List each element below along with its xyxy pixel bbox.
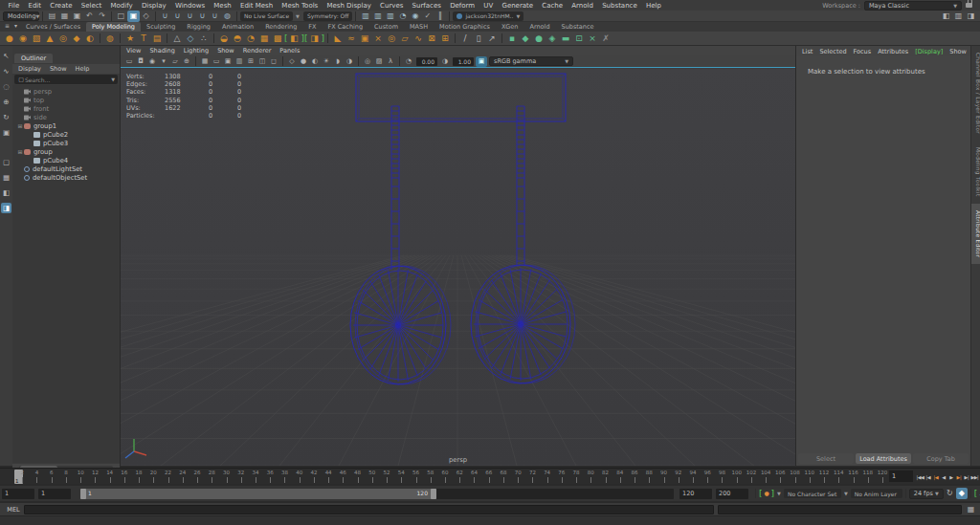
lasso-tool[interactable]: ∿ bbox=[1, 66, 11, 77]
gate-mask-icon[interactable]: ▥ bbox=[234, 56, 245, 67]
menu-select[interactable]: Select bbox=[77, 2, 106, 10]
symmetry-field[interactable]: Symmetry: Off bbox=[303, 11, 352, 21]
wireframe-icon[interactable]: ◇ bbox=[286, 56, 298, 67]
expander-icon[interactable]: ⊞ bbox=[16, 148, 24, 155]
side-tab-modeling-toolkit[interactable]: Modeling Toolkit bbox=[971, 141, 980, 204]
outliner-item-top[interactable]: top bbox=[12, 96, 120, 104]
shelf-tab-fx-caching[interactable]: FX Caching bbox=[323, 22, 369, 32]
ipr-render-icon[interactable]: ▥ bbox=[371, 11, 384, 22]
range-slider-bar[interactable]: 1 120 bbox=[80, 489, 436, 499]
bevel-icon[interactable]: ◣ bbox=[331, 33, 345, 45]
safe-title-icon[interactable]: ◻ bbox=[268, 56, 279, 67]
grid-toggle-icon[interactable]: ▦ bbox=[199, 56, 211, 67]
menu-cache[interactable]: Cache bbox=[538, 2, 568, 10]
current-time-field[interactable]: 1 bbox=[889, 470, 913, 482]
outliner-menu-show[interactable]: Show bbox=[50, 65, 67, 73]
animation-start-field[interactable]: 1 bbox=[2, 489, 34, 499]
select-object-icon[interactable]: ▣ bbox=[127, 11, 140, 22]
poly-sphere-icon[interactable]: ● bbox=[3, 33, 16, 45]
move-tool[interactable]: ⊕ bbox=[1, 97, 11, 107]
uv-mode-icon[interactable]: × bbox=[586, 33, 599, 45]
side-tab-channel-box-layer-editor[interactable]: Channel Box / Layer Editor bbox=[971, 46, 980, 141]
select-component-icon[interactable]: ◇ bbox=[140, 11, 152, 22]
exposure-field[interactable]: 0.00 bbox=[416, 57, 437, 66]
distance-tool-icon[interactable]: ∴ bbox=[197, 33, 211, 45]
face-mode-icon[interactable]: ⊡ bbox=[572, 33, 586, 45]
shelf-tab-custom[interactable]: Custom bbox=[368, 22, 404, 32]
render-sequence-icon[interactable]: ▥ bbox=[384, 11, 396, 22]
color-management-icon[interactable]: ▣ bbox=[476, 56, 487, 67]
edit-edge-flow-icon[interactable]: ∿ bbox=[412, 33, 425, 45]
menu-curves[interactable]: Curves bbox=[376, 2, 409, 10]
shelf-tab-substance[interactable]: Substance bbox=[556, 22, 600, 32]
menu-create[interactable]: Create bbox=[46, 2, 77, 10]
crease-icon[interactable]: ⊞ bbox=[438, 33, 452, 45]
free-image-plane-icon[interactable]: ◇ bbox=[184, 33, 197, 45]
select-hierarchy-icon[interactable]: □ bbox=[115, 11, 127, 22]
mirror-icon[interactable]: ◧ bbox=[288, 33, 301, 45]
menu-file[interactable]: File bbox=[4, 2, 24, 10]
go-to-start-button[interactable]: |◀◀ bbox=[916, 471, 924, 483]
snap-projected-center-icon[interactable]: ∪ bbox=[196, 11, 209, 22]
extrude-icon[interactable]: ▣ bbox=[358, 33, 371, 45]
outliner-item-pcube3[interactable]: pCube3 bbox=[12, 139, 120, 147]
menu-uv[interactable]: UV bbox=[479, 2, 498, 10]
delete-edge-icon[interactable]: ⊠ bbox=[425, 33, 438, 45]
viewport-menu-renderer[interactable]: Renderer bbox=[243, 47, 272, 55]
shelf-tab-rigging[interactable]: Rigging bbox=[181, 22, 216, 32]
shelf-tab-arnold[interactable]: Arnold bbox=[523, 22, 555, 32]
safe-action-icon[interactable]: ◫ bbox=[256, 56, 268, 67]
quad-draw-icon[interactable]: ▱ bbox=[398, 33, 412, 45]
menu-mesh-tools[interactable]: Mesh Tools bbox=[278, 2, 323, 10]
snap-view-plane-icon[interactable]: ∪ bbox=[209, 11, 221, 22]
shelf-menu-icon[interactable]: ≡ bbox=[3, 20, 11, 32]
exposure-icon[interactable]: ◔ bbox=[403, 56, 414, 67]
outliner-item-front[interactable]: front bbox=[12, 104, 120, 113]
attr-menu-list[interactable]: List bbox=[802, 48, 813, 55]
four-pane-layout-button[interactable]: ▦ bbox=[1, 172, 11, 183]
gamma-field[interactable]: 1.00 bbox=[453, 57, 474, 66]
shadows-icon[interactable]: ◗ bbox=[332, 56, 344, 67]
range-slider-track[interactable]: 1 120 bbox=[80, 489, 674, 499]
undo-icon[interactable]: ↶ bbox=[83, 11, 96, 22]
shelf-tab-sculpting[interactable]: Sculpting bbox=[141, 22, 181, 32]
lock-camera-icon[interactable]: ◘ bbox=[135, 56, 146, 67]
shelf-tab-animation[interactable]: Animation bbox=[216, 22, 259, 32]
render-view-icon[interactable]: ▥ bbox=[359, 11, 371, 22]
shaded-icon[interactable]: ● bbox=[298, 56, 309, 67]
mode-selector[interactable]: Modeling▼ bbox=[3, 11, 39, 21]
outliner-menu-help[interactable]: Help bbox=[76, 65, 90, 73]
search-input[interactable]: ▢ Search... ▼ bbox=[14, 75, 118, 84]
go-to-end-button[interactable]: ▶▶| bbox=[970, 471, 979, 483]
outliner-item-group1[interactable]: ⊞group1 bbox=[12, 121, 120, 130]
camera-based-select-icon[interactable]: ● bbox=[532, 33, 546, 45]
play-backwards-button[interactable]: ◀ bbox=[940, 471, 947, 483]
range-end-handle[interactable] bbox=[431, 489, 436, 499]
persp-outliner-layout-button[interactable]: ◧ bbox=[1, 187, 11, 198]
copy-tab-button[interactable]: Copy Tab bbox=[913, 453, 969, 464]
toggle-tool-settings-icon[interactable]: ▥ bbox=[952, 11, 965, 22]
shelf-tab-rendering[interactable]: Rendering bbox=[259, 22, 302, 32]
current-layout-button[interactable]: ◨ bbox=[1, 203, 11, 213]
shelf-tab-poly-modeling[interactable]: Poly Modeling bbox=[86, 22, 141, 32]
outliner-tab[interactable]: Outliner bbox=[14, 54, 53, 63]
quill-icon[interactable]: ↗ bbox=[485, 33, 499, 45]
anim-layer-selector[interactable]: No Anim Layer bbox=[851, 489, 902, 498]
outliner-item-side[interactable]: side bbox=[12, 113, 120, 121]
toggle-attribute-editor-icon[interactable]: ◧ bbox=[940, 11, 952, 22]
multi-component-icon[interactable]: ✗ bbox=[599, 33, 612, 45]
time-slider[interactable]: 1 1 |◀◀|◀|◀◀▶▶|▶|▶▶| 2468101214161820222… bbox=[0, 468, 980, 484]
menu-substance[interactable]: Substance bbox=[598, 2, 642, 10]
shelf-tab-fx[interactable]: FX bbox=[302, 22, 322, 32]
shelf-tab-xgen[interactable]: XGen bbox=[496, 22, 524, 32]
select-tool[interactable]: ↖ bbox=[1, 51, 11, 61]
step-forward-key-button[interactable]: ▶| bbox=[955, 471, 963, 483]
isolate-select-icon[interactable]: ◎ bbox=[362, 56, 373, 67]
open-scene-icon[interactable]: ▦ bbox=[58, 11, 71, 22]
attr-menu-attributes[interactable]: Attributes bbox=[878, 48, 908, 55]
shelf-tab-curves-surfaces[interactable]: Curves / Surfaces bbox=[20, 22, 86, 32]
chevron-down-icon[interactable]: ▼ bbox=[111, 77, 115, 82]
snap-point-icon[interactable]: ∪ bbox=[184, 11, 196, 22]
poly-plane-icon[interactable]: ◆ bbox=[70, 33, 83, 45]
menu-modify[interactable]: Modify bbox=[106, 2, 137, 10]
